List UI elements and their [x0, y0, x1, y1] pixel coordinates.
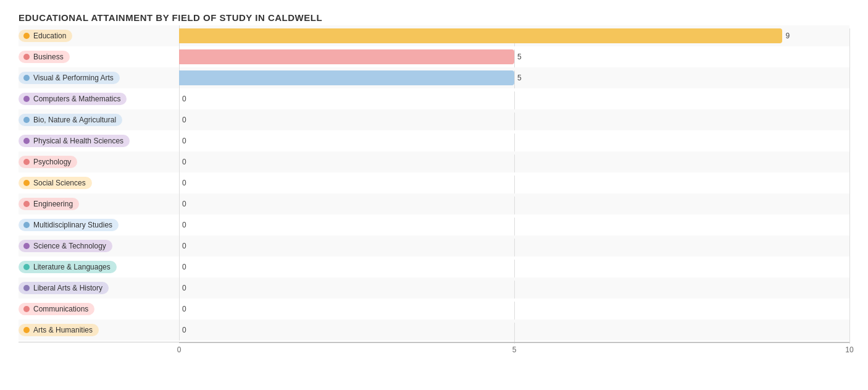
- grid-line: [849, 134, 850, 155]
- bar-row: Science & Technology0: [19, 235, 849, 256]
- bar-row: Social Sciences0: [19, 172, 849, 193]
- grid-line: [849, 281, 850, 302]
- grid-line: [849, 302, 850, 323]
- bar-label: Multidisciplinary Studies: [19, 219, 119, 231]
- bar-label: Engineering: [19, 198, 79, 210]
- bar-value: 5: [514, 49, 522, 64]
- bars-area: Education9Business5Visual & Performing A…: [19, 25, 849, 341]
- x-tick-label: 10: [845, 345, 853, 354]
- bar-label: Social Sciences: [19, 177, 92, 189]
- bar-value: 9: [782, 28, 790, 43]
- bar-dot-icon: [23, 138, 30, 144]
- bar-row: Education9: [19, 25, 849, 46]
- bar-row: Physical & Health Sciences0: [19, 130, 849, 151]
- grid-line: [849, 239, 850, 260]
- grid-line: [849, 260, 850, 281]
- bar-row: Liberal Arts & History0: [19, 278, 849, 299]
- bar-value: 0: [179, 323, 186, 337]
- bar-dot-icon: [23, 264, 30, 270]
- bar-label: Literature & Languages: [19, 261, 117, 273]
- bar-dot-icon: [23, 222, 30, 228]
- x-axis: 0510: [19, 342, 849, 357]
- bar-value: 0: [179, 302, 186, 316]
- bar-fill: [179, 49, 514, 64]
- bar-value: 0: [179, 155, 186, 169]
- grid-line: [849, 155, 850, 176]
- bar-label: Communications: [19, 303, 94, 315]
- bar-dot-icon: [23, 285, 30, 291]
- bar-label: Computers & Mathematics: [19, 93, 127, 105]
- grid-line: [849, 91, 850, 112]
- bar-dot-icon: [23, 33, 30, 39]
- bar-label: Science & Technology: [19, 240, 112, 252]
- bar-value: 0: [179, 239, 186, 253]
- bar-value: 0: [179, 218, 186, 232]
- bar-row: Bio, Nature & Agricultural0: [19, 109, 849, 130]
- bar-label: Education: [19, 30, 72, 42]
- bar-row: Literature & Languages0: [19, 256, 849, 278]
- bar-dot-icon: [23, 201, 30, 207]
- bar-dot-icon: [23, 75, 30, 81]
- grid-line: [849, 176, 850, 197]
- bar-row: Multidisciplinary Studies0: [19, 214, 849, 235]
- bar-row: Arts & Humanities0: [19, 320, 849, 341]
- bar-value: 0: [179, 91, 186, 106]
- bar-fill: [179, 70, 514, 85]
- bar-value: 0: [179, 197, 186, 211]
- bar-dot-icon: [23, 243, 30, 249]
- bar-value: 0: [179, 281, 186, 295]
- x-tick-label: 0: [177, 345, 182, 354]
- bar-row: Engineering0: [19, 193, 849, 214]
- bar-value: 0: [179, 260, 186, 274]
- chart-container: Education9Business5Visual & Performing A…: [19, 25, 849, 357]
- grid-line: [849, 112, 850, 134]
- bar-dot-icon: [23, 54, 30, 60]
- grid-line: [849, 28, 850, 49]
- bar-value: 0: [179, 134, 186, 148]
- bar-row: Communications0: [19, 299, 849, 320]
- bar-label: Liberal Arts & History: [19, 282, 109, 294]
- bar-label: Physical & Health Sciences: [19, 135, 130, 147]
- bar-dot-icon: [23, 327, 30, 333]
- bar-row: Psychology0: [19, 151, 849, 172]
- bar-label: Bio, Nature & Agricultural: [19, 114, 122, 126]
- grid-line: [514, 323, 515, 344]
- bar-dot-icon: [23, 306, 30, 312]
- bar-dot-icon: [23, 180, 30, 186]
- bar-value: 5: [514, 70, 522, 85]
- bar-label: Arts & Humanities: [19, 324, 99, 336]
- grid-line: [849, 218, 850, 239]
- bar-label: Visual & Performing Arts: [19, 72, 120, 84]
- bar-row: Computers & Mathematics0: [19, 88, 849, 109]
- bar-row: Visual & Performing Arts5: [19, 67, 849, 88]
- bar-dot-icon: [23, 159, 30, 165]
- bar-label: Psychology: [19, 156, 77, 168]
- bar-fill: [179, 28, 782, 43]
- x-tick-label: 5: [512, 345, 517, 354]
- chart-title: EDUCATIONAL ATTAINMENT BY FIELD OF STUDY…: [19, 12, 849, 23]
- bar-row: Business5: [19, 46, 849, 67]
- bar-value: 0: [179, 112, 186, 127]
- bar-dot-icon: [23, 96, 30, 102]
- grid-line: [849, 49, 850, 70]
- grid-line: [849, 197, 850, 218]
- bar-value: 0: [179, 176, 186, 190]
- bar-label: Business: [19, 51, 70, 63]
- grid-line: [849, 70, 850, 91]
- bar-dot-icon: [23, 117, 30, 123]
- grid-line: [849, 323, 850, 344]
